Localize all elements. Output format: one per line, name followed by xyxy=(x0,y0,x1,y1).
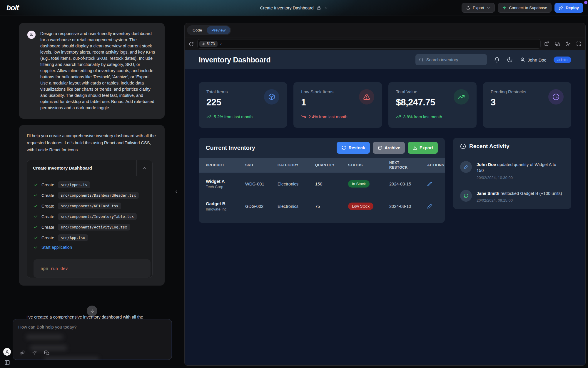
tab-code[interactable]: Code xyxy=(188,26,207,34)
artifact-step-start: Start application xyxy=(34,245,146,250)
table-header: Product SKU Category Quantity Status Nex… xyxy=(199,158,445,173)
notification-dot xyxy=(584,1,587,4)
project-title: Create Inventory Dashboard xyxy=(260,6,313,10)
lock-icon xyxy=(317,6,321,10)
recent-activity-card: Recent Activity John Doe updated quantit… xyxy=(453,138,571,209)
supabase-bolt-icon xyxy=(502,6,507,10)
file-chip[interactable]: src/components/ActivityLog.tsx xyxy=(58,224,130,231)
download-icon xyxy=(412,145,417,150)
tab-preview[interactable]: Preview xyxy=(207,26,230,34)
person-icon xyxy=(29,32,34,37)
url-path: / xyxy=(220,42,222,46)
edit-pencil-icon[interactable] xyxy=(427,204,432,209)
chevron-up-icon xyxy=(142,166,147,170)
artifact-step: Create src/components/InventoryTable.tsx xyxy=(34,213,146,220)
refresh-icon xyxy=(341,145,346,150)
artifact-collapse-button[interactable] xyxy=(136,160,152,176)
status-badge: In Stock xyxy=(348,180,370,188)
command-args: run dev xyxy=(51,266,68,271)
check-icon xyxy=(34,245,38,250)
kpi-cards: Total Items 225 5.2% from last month xyxy=(199,82,571,128)
deploy-button[interactable]: Deploy xyxy=(554,3,583,13)
search-inventory-input[interactable]: Search inventory... xyxy=(415,54,487,65)
artifact-step: Create src/App.tsx xyxy=(34,234,146,241)
bell-icon[interactable] xyxy=(494,57,500,63)
sparkles-icon[interactable] xyxy=(32,350,37,356)
file-chip[interactable]: src/components/InventoryTable.tsx xyxy=(58,213,137,220)
zap-icon xyxy=(202,42,205,46)
connect-supabase-button[interactable]: Connect to Supabase xyxy=(498,3,552,13)
file-chip[interactable]: src/components/DashboardHeader.tsx xyxy=(58,192,139,199)
restock-button[interactable]: Restock xyxy=(337,142,370,154)
clock-icon xyxy=(552,93,559,100)
url-input[interactable]: 5173 / xyxy=(197,39,541,49)
user-name: John Doe xyxy=(528,57,547,62)
toggle-sidebar-button[interactable] xyxy=(4,360,10,365)
open-external-icon[interactable] xyxy=(544,41,549,46)
top-bar: bolt Create Inventory Dashboard Export C… xyxy=(0,0,588,16)
check-icon xyxy=(34,193,38,198)
file-chip[interactable]: src/components/KPICard.tsx xyxy=(58,203,121,209)
dashboard-title: Inventory Dashboard xyxy=(199,56,270,64)
assistant-intro-text: I'll help you create a comprehensive inv… xyxy=(27,132,157,153)
port-badge[interactable]: 5173 xyxy=(199,41,218,47)
user-message-text: Design a responsive and user-friendly in… xyxy=(40,31,156,111)
rocket-icon xyxy=(559,6,563,10)
user-menu[interactable]: John Doe xyxy=(520,57,547,63)
bolt-logo[interactable]: bolt xyxy=(5,4,19,12)
activity-timestamp: 20/02/2024, 09:15:00 xyxy=(477,198,562,203)
check-icon xyxy=(34,214,38,219)
user-message: Design a responsive and user-friendly in… xyxy=(19,23,165,119)
terminal-command-block: npm run dev xyxy=(34,259,151,278)
assistant-message: I'll help you create a comprehensive inv… xyxy=(19,125,165,286)
link-icon[interactable] xyxy=(19,350,25,356)
dark-mode-toggle-icon[interactable] xyxy=(507,57,513,63)
artifact-step: Create src/components/KPICard.tsx xyxy=(34,203,146,209)
export-data-button[interactable]: Export xyxy=(408,142,438,154)
reload-icon[interactable] xyxy=(189,42,194,47)
table-row[interactable]: Gadget B Innovate Inc GDG-002 Electronic… xyxy=(199,195,445,217)
kpi-pending-restocks: Pending Restocks 3 xyxy=(483,82,571,128)
kpi-low-stock: Low Stock Items 1 2.4% from last month xyxy=(293,82,382,128)
activity-title: Recent Activity xyxy=(469,143,510,150)
chat-panel: Design a responsive and user-friendly in… xyxy=(0,16,184,368)
inspector-off-icon[interactable] xyxy=(566,41,571,46)
start-application-link[interactable]: Start application xyxy=(41,245,72,250)
trend-up-icon xyxy=(396,114,401,119)
activity-timestamp: 20/02/2024, 10:30:00 xyxy=(477,175,564,180)
edit-pencil-icon[interactable] xyxy=(427,182,432,186)
person-icon xyxy=(5,350,9,354)
check-icon xyxy=(34,236,38,240)
package-icon xyxy=(268,93,275,100)
preview-viewport: Inventory Dashboard Search inventory... … xyxy=(185,50,585,365)
chat-input-box[interactable]: How can Bolt help you today? xyxy=(13,319,172,360)
chevron-down-icon[interactable] xyxy=(324,6,328,10)
artifact-step: Create src/components/DashboardHeader.ts… xyxy=(34,192,146,199)
role-badge: admin xyxy=(554,57,571,63)
fullscreen-icon[interactable] xyxy=(576,41,581,46)
chevron-left-icon xyxy=(174,188,179,195)
activity-item: John Doe updated quantity of Widget A to… xyxy=(460,161,564,190)
archive-button[interactable]: Archive xyxy=(373,142,405,154)
editor-tabs: Code Preview xyxy=(185,23,585,37)
chevron-down-icon xyxy=(487,6,490,10)
arrow-down-icon xyxy=(90,309,95,314)
file-chip[interactable]: src/types.ts xyxy=(58,181,90,188)
kpi-total-value: Total Value $8,247.75 3.8% from last mon… xyxy=(388,82,477,128)
file-chip[interactable]: src/App.tsx xyxy=(58,234,88,241)
trending-up-icon xyxy=(458,93,465,100)
redacted-blur xyxy=(26,334,64,339)
account-avatar[interactable] xyxy=(3,348,11,356)
export-button[interactable]: Export xyxy=(462,3,495,13)
table-row[interactable]: Widget A Tech Corp WDG-001 Electronics 1… xyxy=(199,173,445,195)
collapse-chat-handle[interactable] xyxy=(174,188,179,195)
redacted-blur xyxy=(44,357,99,360)
clock-icon xyxy=(460,143,466,149)
artifact-step: Create src/types.ts xyxy=(34,181,146,188)
chat-input-placeholder: How can Bolt help you today? xyxy=(18,324,166,329)
chat-bubbles-icon[interactable] xyxy=(44,350,49,356)
artifact-step: Create src/components/ActivityLog.tsx xyxy=(34,224,146,231)
preview-panel: Code Preview 5173 / Inve xyxy=(184,23,586,366)
inventory-title: Current Inventory xyxy=(206,145,255,151)
devices-icon[interactable] xyxy=(555,41,560,47)
